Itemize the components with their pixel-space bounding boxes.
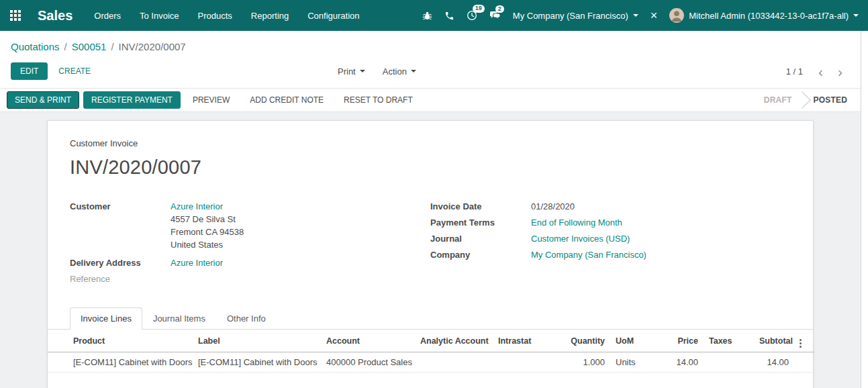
pager-value[interactable]: 1 / 1	[786, 66, 803, 77]
pager-next-icon[interactable]: ›	[830, 64, 850, 79]
invoice-lines-table: Product Label Account Analytic Account I…	[48, 330, 814, 373]
register-payment-button[interactable]: REGISTER PAYMENT	[83, 91, 181, 109]
bug-icon[interactable]	[422, 11, 432, 21]
top-navbar: Sales Orders To Invoice Products Reporti…	[0, 0, 868, 31]
customer-label: Customer	[70, 200, 171, 251]
customer-address: 4557 De Silva St Fremont CA 94538 United…	[171, 213, 244, 251]
cell-uom[interactable]: Units	[610, 352, 650, 373]
action-dropdowns: Print Action	[338, 66, 416, 77]
pager-previous-icon[interactable]: ‹	[811, 64, 830, 79]
col-header-product[interactable]: Product	[48, 330, 193, 352]
create-button[interactable]: CREATE	[58, 66, 91, 76]
activities-badge: 19	[473, 5, 485, 13]
menu-item-to-invoice[interactable]: To Invoice	[140, 11, 179, 21]
field-customer: Customer Azure Interior 4557 De Silva St…	[70, 200, 430, 251]
field-company: Company My Company (San Francisco)	[430, 248, 791, 261]
print-dropdown[interactable]: Print	[338, 66, 365, 77]
document-type-label: Customer Invoice	[70, 138, 791, 148]
action-dropdown[interactable]: Action	[383, 66, 416, 77]
cell-quantity[interactable]: 1.000	[550, 352, 610, 373]
avatar	[669, 8, 684, 23]
company-link[interactable]: My Company (San Francisco)	[531, 250, 646, 260]
menu-item-orders[interactable]: Orders	[94, 11, 121, 21]
field-group-right: Invoice Date 01/28/2020 Payment Terms En…	[430, 200, 791, 289]
delivery-address-link[interactable]: Azure Interior	[171, 258, 223, 268]
tab-invoice-lines[interactable]: Invoice Lines	[70, 307, 142, 330]
col-header-label[interactable]: Label	[193, 330, 321, 352]
main-menu: Orders To Invoice Products Reporting Con…	[94, 11, 359, 21]
scrollbar-track[interactable]	[861, 31, 868, 388]
invoice-sheet: Customer Invoice INV/2020/0007 Customer …	[47, 120, 814, 388]
breadcrumb-current: INV/2020/0007	[119, 41, 186, 52]
menu-item-configuration[interactable]: Configuration	[307, 11, 359, 21]
payment-terms-link[interactable]: End of Following Month	[531, 217, 622, 228]
col-header-uom[interactable]: UoM	[610, 330, 650, 352]
cell-account[interactable]: 400000 Product Sales	[321, 352, 415, 373]
cell-label[interactable]: [E-COM11] Cabinet with Doors	[193, 352, 321, 373]
systray: 19 2 My Company (San Francisco) ×	[422, 8, 859, 23]
kebab-menu-icon[interactable]	[800, 339, 802, 348]
payment-terms-label: Payment Terms	[430, 216, 531, 229]
notebook-tabs: Invoice Lines Journal Items Other Info	[48, 307, 813, 330]
cell-price[interactable]: 14.00	[650, 352, 704, 373]
cell-taxes[interactable]	[704, 352, 754, 373]
chevron-down-icon	[633, 14, 638, 17]
address-line: 4557 De Silva St	[171, 213, 244, 226]
cell-analytic-account[interactable]	[415, 352, 493, 373]
customer-link[interactable]: Azure Interior	[171, 201, 223, 211]
form-view-background: Customer Invoice INV/2020/0007 Customer …	[0, 112, 861, 388]
activities-icon[interactable]: 19	[467, 10, 477, 21]
edit-button[interactable]: EDIT	[11, 62, 48, 80]
col-header-intrastat[interactable]: Intrastat	[493, 330, 550, 352]
delivery-address-label: Delivery Address	[70, 256, 171, 269]
control-panel: EDIT CREATE Print Action 1 / 1 ‹ ›	[0, 58, 861, 88]
company-label: Company	[430, 248, 531, 261]
cell-subtotal[interactable]: 14.00	[754, 352, 794, 373]
phone-icon[interactable]	[444, 11, 454, 21]
breadcrumb: Quotations/S00051/INV/2020/0007	[0, 31, 861, 58]
company-switcher[interactable]: My Company (San Francisco)	[513, 11, 638, 21]
invoice-line-row[interactable]: [E-COM11] Cabinet with Doors [E-COM11] C…	[48, 352, 814, 373]
status-pipeline: DRAFT POSTED	[753, 89, 861, 111]
invoice-number-title: INV/2020/0007	[70, 156, 791, 179]
field-invoice-date: Invoice Date 01/28/2020	[430, 200, 791, 213]
cell-intrastat[interactable]	[493, 352, 550, 373]
col-header-analytic-account[interactable]: Analytic Account	[415, 330, 493, 352]
close-icon[interactable]: ×	[650, 9, 658, 21]
company-name: My Company (San Francisco)	[513, 11, 628, 21]
col-header-account[interactable]: Account	[321, 330, 415, 352]
cell-product[interactable]: [E-COM11] Cabinet with Doors	[48, 352, 193, 373]
col-header-taxes[interactable]: Taxes	[704, 330, 754, 352]
app-name[interactable]: Sales	[38, 8, 73, 23]
col-header-price[interactable]: Price	[650, 330, 704, 352]
tab-journal-items[interactable]: Journal Items	[142, 307, 216, 330]
add-credit-note-button[interactable]: ADD CREDIT NOTE	[242, 91, 332, 109]
status-arrow-icon	[794, 91, 811, 108]
address-line: United States	[171, 238, 244, 251]
invoice-date-value: 01/28/2020	[531, 200, 575, 213]
breadcrumb-quotations[interactable]: Quotations	[11, 41, 60, 52]
preview-button[interactable]: PREVIEW	[185, 91, 238, 109]
breadcrumb-order[interactable]: S00051	[72, 41, 107, 52]
send-print-button[interactable]: SEND & PRINT	[7, 91, 79, 109]
chevron-down-icon	[360, 70, 365, 72]
apps-menu-icon[interactable]	[0, 10, 31, 21]
col-header-subtotal[interactable]: Subtotal	[754, 330, 794, 352]
user-menu[interactable]: Mitchell Admin (1033442-13-0-ac1f7a-all)	[669, 8, 859, 23]
tab-other-info[interactable]: Other Info	[216, 307, 277, 330]
journal-label: Journal	[430, 232, 531, 245]
menu-item-reporting[interactable]: Reporting	[251, 11, 289, 21]
chevron-down-icon	[411, 70, 416, 72]
journal-link[interactable]: Customer Invoices (USD)	[531, 234, 630, 244]
breadcrumb-separator: /	[64, 41, 67, 52]
chevron-down-icon	[853, 14, 859, 17]
field-journal: Journal Customer Invoices (USD)	[430, 232, 791, 245]
messages-icon[interactable]: 2	[489, 11, 501, 21]
reference-label: Reference	[70, 273, 171, 285]
pager: 1 / 1 ‹ ›	[786, 64, 850, 79]
col-header-quantity[interactable]: Quantity	[550, 330, 610, 352]
reset-to-draft-button[interactable]: RESET TO DRAFT	[336, 91, 421, 109]
toggle-columns-cell	[794, 330, 814, 352]
status-posted[interactable]: POSTED	[802, 95, 858, 105]
menu-item-products[interactable]: Products	[198, 11, 232, 21]
